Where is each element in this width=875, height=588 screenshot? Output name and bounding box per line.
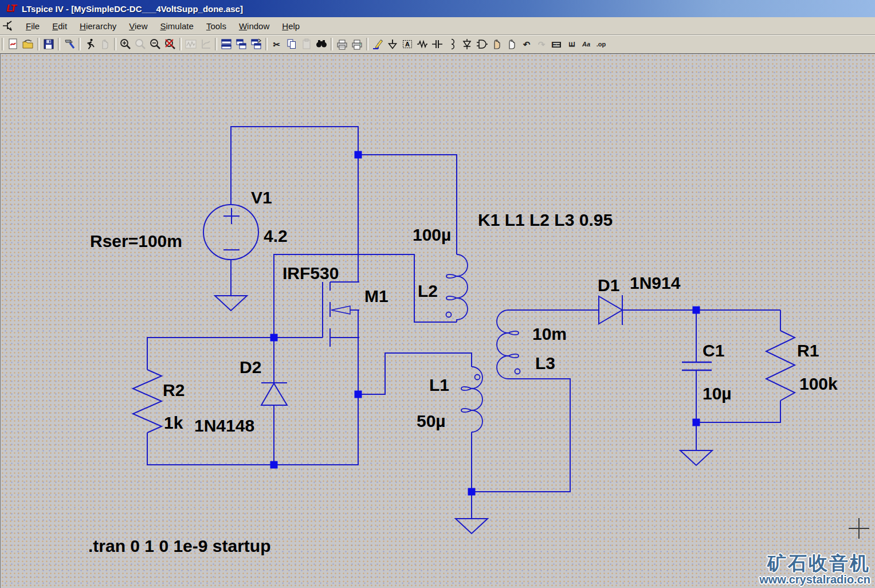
control-panel-button[interactable]: [62, 37, 77, 52]
tile-horizontal-icon: [220, 38, 233, 50]
drag-hand-icon: [505, 38, 518, 50]
printer-icon: [351, 38, 363, 50]
move-hand-icon: [491, 38, 503, 50]
save-button[interactable]: [41, 37, 56, 52]
spice-directive-icon: .op: [597, 41, 606, 48]
logic-gate-icon: [476, 38, 488, 50]
spice-directive-button[interactable]: .op: [594, 37, 609, 52]
rotate-button[interactable]: E: [564, 37, 579, 52]
toolbar-separator: [366, 38, 368, 50]
print-button[interactable]: [350, 37, 364, 52]
plot-axes-icon: [199, 38, 212, 50]
net-label-button[interactable]: A: [400, 37, 415, 52]
zoom-back-icon: [134, 38, 147, 50]
toolbar: ✂ A ↶ ↷ EE E: [0, 35, 875, 54]
toolbar-separator: [37, 38, 40, 50]
place-ground-button[interactable]: [385, 37, 400, 52]
zoom-in-icon: [119, 38, 132, 50]
undo-button[interactable]: ↶: [519, 37, 534, 52]
watermark-cn: 矿石收音机: [759, 554, 870, 574]
svg-text:A: A: [405, 41, 410, 48]
window-title: LTspice IV - [MySimpleDC-DC___4VoltSupp_…: [22, 4, 243, 14]
cut-button[interactable]: ✂: [269, 37, 284, 52]
ground-icon: [386, 38, 399, 50]
place-inductor-button[interactable]: [445, 37, 460, 52]
toolbar-separator: [2, 38, 4, 50]
zoom-out-icon: [149, 38, 162, 50]
print-preview-icon: [336, 38, 348, 50]
open-button[interactable]: [21, 37, 36, 52]
net-label-icon: A: [401, 38, 414, 50]
schematic-window-icon[interactable]: [2, 19, 17, 32]
tile-vertically-button[interactable]: [234, 37, 249, 52]
find-button[interactable]: [314, 37, 329, 52]
place-capacitor-button[interactable]: [430, 37, 445, 52]
toolbar-separator: [331, 38, 333, 50]
draw-wire-button[interactable]: [370, 37, 385, 52]
capacitor-icon: [431, 38, 444, 50]
new-schematic-button[interactable]: [6, 37, 21, 52]
redo-icon: ↷: [538, 40, 546, 49]
place-text-button[interactable]: Aa: [579, 37, 594, 52]
zoom-out-button[interactable]: [148, 37, 163, 52]
drag-button[interactable]: [504, 37, 519, 52]
save-floppy-icon: [42, 38, 55, 50]
paste-clipboard-icon: [300, 38, 313, 50]
diode-icon: [461, 38, 473, 50]
menu-bar: File Edit Hierarchy View Simulate Tools …: [0, 17, 875, 35]
paste-button[interactable]: [299, 37, 314, 52]
tile-horizontally-button[interactable]: [219, 37, 234, 52]
plot-settings-button[interactable]: [198, 37, 213, 52]
cascade-icon: [250, 38, 262, 50]
menu-window[interactable]: Window: [233, 19, 276, 33]
text-icon: Aa: [582, 41, 590, 48]
watermark-url: www.crystalradio.cn: [759, 574, 870, 586]
inductor-icon: [446, 38, 458, 50]
tile-vertical-icon: [235, 38, 248, 50]
watermark: 矿石收音机 www.crystalradio.cn: [759, 554, 870, 586]
menu-tools[interactable]: Tools: [200, 19, 233, 33]
ltspice-logo-icon: LT: [3, 3, 18, 14]
halt-button[interactable]: [97, 37, 112, 52]
copy-icon: [285, 38, 298, 50]
wire-pencil-icon: [371, 38, 384, 50]
menu-simulate[interactable]: Simulate: [154, 19, 200, 33]
place-diode-button[interactable]: [460, 37, 474, 52]
new-schematic-icon: [7, 38, 19, 50]
redo-button[interactable]: ↷: [534, 37, 549, 52]
move-button[interactable]: [489, 37, 504, 52]
place-resistor-button[interactable]: [415, 37, 430, 52]
menu-help[interactable]: Help: [276, 19, 306, 33]
autorange-waveform-button[interactable]: [183, 37, 198, 52]
menu-hierarchy[interactable]: Hierarchy: [73, 19, 123, 33]
cut-icon: ✂: [273, 40, 281, 49]
run-button[interactable]: [83, 37, 97, 52]
binoculars-icon: [315, 38, 328, 50]
running-man-icon: [84, 38, 96, 50]
resistor-icon: [416, 38, 429, 50]
toolbar-separator: [114, 38, 116, 50]
toolbar-separator: [265, 38, 268, 50]
toolbar-separator: [58, 38, 60, 50]
zoom-back-button[interactable]: [133, 37, 148, 52]
waveform-icon: [185, 38, 197, 50]
print-preview-button[interactable]: [335, 37, 350, 52]
toolbar-separator: [179, 38, 182, 50]
schematic-canvas[interactable]: [0, 53, 875, 588]
toolbar-separator: [215, 38, 217, 50]
undo-icon: ↶: [523, 40, 531, 49]
menu-file[interactable]: File: [19, 19, 46, 33]
mirror-button[interactable]: EE: [549, 37, 564, 52]
cascade-windows-button[interactable]: [249, 37, 264, 52]
hammer-icon: [63, 38, 76, 50]
zoom-in-button[interactable]: [118, 37, 133, 52]
menu-edit[interactable]: Edit: [46, 19, 73, 33]
zoom-full-extents-button[interactable]: [163, 37, 178, 52]
menu-view[interactable]: View: [123, 19, 154, 33]
toolbar-separator: [79, 38, 81, 50]
halt-hand-icon: [99, 38, 111, 50]
copy-button[interactable]: [284, 37, 299, 52]
place-component-button[interactable]: [474, 37, 489, 52]
zoom-full-extents-icon: [164, 38, 176, 50]
open-folder-icon: [22, 38, 34, 50]
